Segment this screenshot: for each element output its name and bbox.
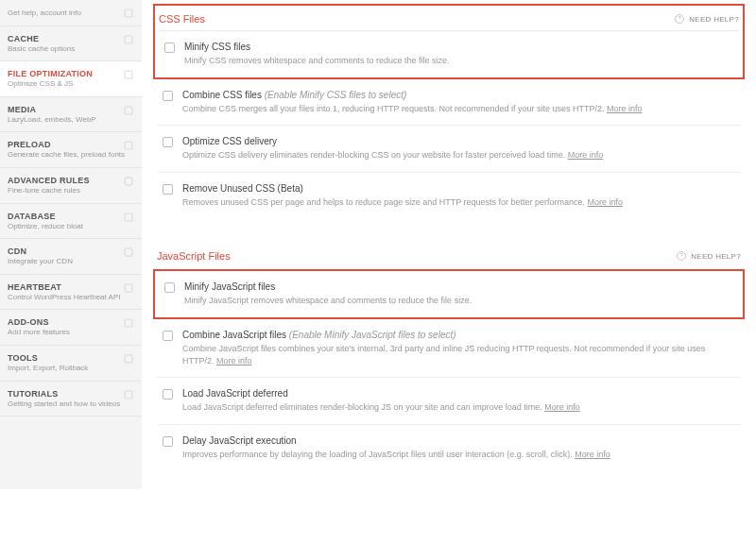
sidebar-item-icon <box>123 140 134 151</box>
sidebar-item-sub: Optimize, reduce bloat <box>8 222 134 231</box>
remove-unused-css-checkbox[interactable] <box>163 184 173 195</box>
sidebar-item-title: ADD-ONS <box>8 317 134 327</box>
sidebar-item-icon <box>123 8 134 19</box>
minify-js-title: Minify JavaScript files <box>184 281 733 292</box>
combine-css-hint: (Enable Minify CSS files to select) <box>265 90 407 100</box>
sidebar-item-title: MEDIA <box>8 105 134 114</box>
sidebar-item-title: CACHE <box>8 34 134 43</box>
combine-css-checkbox[interactable] <box>163 91 173 101</box>
more-info-link[interactable]: More info <box>575 450 610 459</box>
sidebar-item-icon <box>123 317 134 329</box>
sidebar-item-sub: Generate cache files, preload fonts <box>8 150 134 160</box>
delay-js-checkbox[interactable] <box>163 436 173 447</box>
sidebar-item-database[interactable]: DATABASEOptimize, reduce bloat <box>0 204 142 240</box>
css-section-title: CSS Files <box>159 13 205 25</box>
css-section-highlight: CSS Files NEED HELP? Minify CSS files Mi… <box>153 4 745 79</box>
minify-js-checkbox[interactable] <box>164 282 175 293</box>
combine-js-desc: Combine JavaScript files combines your s… <box>182 344 705 366</box>
sidebar-item-icon <box>123 212 134 223</box>
svg-rect-9 <box>125 319 132 327</box>
sidebar-item-sub: Control WordPress Heartbeat API <box>8 293 134 302</box>
sidebar-item-title: TOOLS <box>8 353 134 363</box>
optimize-css-row[interactable]: Optimize CSS delivery Optimize CSS deliv… <box>157 126 741 173</box>
sidebar-item-icon <box>123 69 134 80</box>
sidebar-item-preload[interactable]: PRELOADGenerate cache files, preload fon… <box>0 132 142 168</box>
combine-js-checkbox[interactable] <box>163 331 173 341</box>
svg-rect-11 <box>125 391 132 399</box>
sidebar-item-sub: Integrate your CDN <box>8 257 134 266</box>
minify-css-title: Minify CSS files <box>184 42 733 52</box>
sidebar-item-cdn[interactable]: CDNIntegrate your CDN <box>0 239 142 275</box>
sidebar-item-title: FILE OPTIMIZATION <box>8 69 134 78</box>
sidebar-item-sub: Optimize CSS & JS <box>8 79 134 89</box>
delay-js-row[interactable]: Delay JavaScript execution Improves perf… <box>157 425 741 471</box>
optimize-css-title: Optimize CSS delivery <box>182 136 735 146</box>
load-js-deferred-row[interactable]: Load JavaScript deferred Load JavaScript… <box>157 378 741 425</box>
svg-rect-6 <box>125 213 132 221</box>
sidebar-item-title: PRELOAD <box>8 140 134 149</box>
svg-rect-10 <box>125 355 132 363</box>
help-icon <box>676 250 687 262</box>
js-section-title: JavaScript Files <box>157 250 231 262</box>
sidebar-item-title: HEARTBEAT <box>8 282 134 292</box>
svg-rect-2 <box>125 71 132 78</box>
sidebar-item-icon <box>123 282 134 294</box>
combine-css-title: Combine CSS files <box>182 90 265 100</box>
sidebar-item-icon <box>123 34 134 45</box>
sidebar-item-sub: Add more features <box>8 328 134 337</box>
sidebar-item-title: CDN <box>8 246 134 256</box>
need-help-link[interactable]: NEED HELP? <box>676 250 741 262</box>
sidebar-item-advanced-rules[interactable]: ADVANCED RULESFine-tune cache rules <box>0 168 142 204</box>
load-js-deferred-title: Load JavaScript deferred <box>182 388 735 399</box>
delay-js-desc: Improves performance by delaying the loa… <box>182 450 575 459</box>
need-help-label: NEED HELP? <box>691 252 741 261</box>
sidebar-item-media[interactable]: MEDIALazyLoad, embeds, WebP <box>0 97 142 133</box>
sidebar-item-icon <box>123 176 134 187</box>
combine-js-row[interactable]: Combine JavaScript files (Enable Minify … <box>157 319 741 378</box>
main-content: CSS Files NEED HELP? Minify CSS files Mi… <box>142 0 756 489</box>
sidebar-item-help[interactable]: Get help, account info <box>0 0 142 26</box>
minify-css-checkbox[interactable] <box>164 42 175 53</box>
more-info-link[interactable]: More info <box>216 356 252 366</box>
combine-css-row[interactable]: Combine CSS files (Enable Minify CSS fil… <box>157 79 741 127</box>
more-info-link[interactable]: More info <box>544 402 580 412</box>
sidebar-item-icon <box>123 389 134 400</box>
need-help-link[interactable]: NEED HELP? <box>674 13 739 25</box>
delay-js-title: Delay JavaScript execution <box>182 435 735 446</box>
sidebar-item-title: TUTORIALS <box>8 389 134 399</box>
minify-css-row[interactable]: Minify CSS files Minify CSS removes whit… <box>159 31 739 77</box>
css-section-header: CSS Files NEED HELP? <box>159 6 739 31</box>
minify-css-body: Minify CSS files Minify CSS removes whit… <box>184 42 733 67</box>
svg-rect-4 <box>125 142 132 149</box>
sidebar-item-sub: LazyLoad, embeds, WebP <box>8 115 134 125</box>
sidebar-item-tools[interactable]: TOOLSImport, Export, Rollback <box>0 346 142 382</box>
sidebar-item-sub: Get help, account info <box>8 8 134 18</box>
load-js-deferred-desc: Load JavaScript deferred eliminates rend… <box>182 402 544 412</box>
sidebar-item-file-optimization[interactable]: FILE OPTIMIZATIONOptimize CSS & JS <box>0 61 142 97</box>
svg-rect-7 <box>125 248 132 256</box>
svg-rect-8 <box>125 284 132 292</box>
sidebar-item-sub: Basic cache options <box>8 44 134 54</box>
sidebar-item-sub: Getting started and how to videos <box>8 400 134 409</box>
sidebar-item-tutorials[interactable]: TUTORIALSGetting started and how to vide… <box>0 382 142 417</box>
css-options-rest: Combine CSS files (Enable Minify CSS fil… <box>153 79 745 219</box>
combine-js-title: Combine JavaScript files <box>182 330 289 340</box>
svg-rect-1 <box>125 36 132 43</box>
remove-unused-css-row[interactable]: Remove Unused CSS (Beta) Removes unused … <box>157 173 741 219</box>
remove-unused-css-desc: Removes unused CSS per page and helps to… <box>182 197 588 207</box>
svg-rect-0 <box>125 9 132 17</box>
js-options-rest: Combine JavaScript files (Enable Minify … <box>153 319 745 470</box>
optimize-css-checkbox[interactable] <box>163 137 173 147</box>
svg-rect-3 <box>125 107 132 114</box>
sidebar-item-add-ons[interactable]: ADD-ONSAdd more features <box>0 310 142 346</box>
more-info-link[interactable]: More info <box>607 104 643 113</box>
sidebar-item-cache[interactable]: CACHEBasic cache options <box>0 26 142 62</box>
js-section-highlight: Minify JavaScript files Minify JavaScrip… <box>153 269 745 319</box>
load-js-deferred-checkbox[interactable] <box>163 389 173 400</box>
combine-css-desc: Combine CSS merges all your files into 1… <box>182 104 607 113</box>
minify-js-row[interactable]: Minify JavaScript files Minify JavaScrip… <box>159 271 739 317</box>
sidebar-item-icon <box>123 246 134 258</box>
more-info-link[interactable]: More info <box>568 150 604 160</box>
sidebar-item-heartbeat[interactable]: HEARTBEATControl WordPress Heartbeat API <box>0 275 142 311</box>
more-info-link[interactable]: More info <box>588 197 624 207</box>
